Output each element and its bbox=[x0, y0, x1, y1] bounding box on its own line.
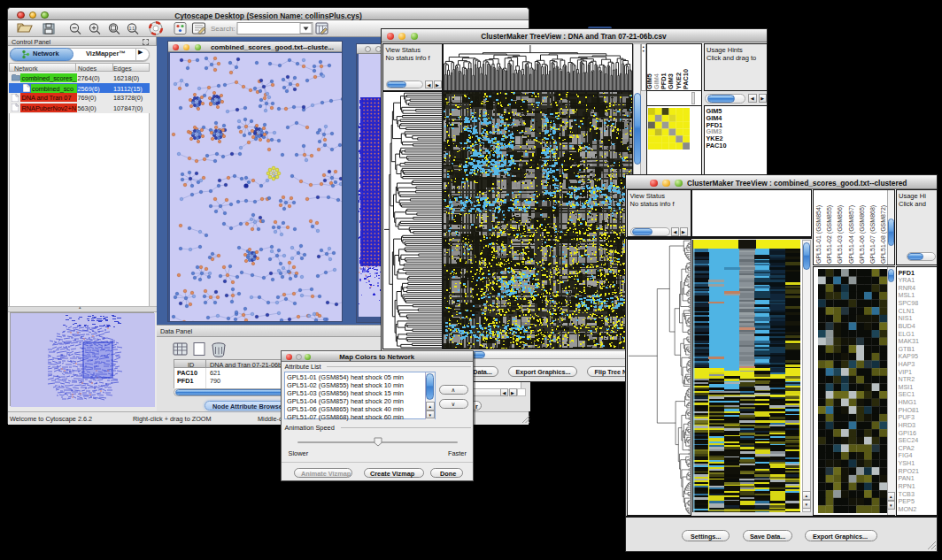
svg-text:PAC10: PAC10 bbox=[682, 69, 690, 89]
svg-text:GPL51-01 (GSM854): GPL51-01 (GSM854) bbox=[815, 204, 822, 263]
svg-text:GPL51-07 (GSM868): GPL51-07 (GSM868) bbox=[869, 204, 876, 263]
svg-text:GPL51-03 (GSM856): GPL51-03 (GSM856) bbox=[837, 204, 844, 263]
svg-text:1:1: 1:1 bbox=[129, 27, 135, 31]
svg-text:Search:: Search: bbox=[211, 25, 236, 33]
svg-text:GPL51-08 (GSM872): GPL51-08 (GSM872) bbox=[880, 204, 887, 263]
svg-text:GPL51-06 (GSM865): GPL51-06 (GSM865) bbox=[858, 204, 865, 263]
svg-text:GPL51-04 (GSM857): GPL51-04 (GSM857) bbox=[847, 204, 854, 263]
svg-text:GPL51-02 (GSM855): GPL51-02 (GSM855) bbox=[826, 204, 833, 263]
